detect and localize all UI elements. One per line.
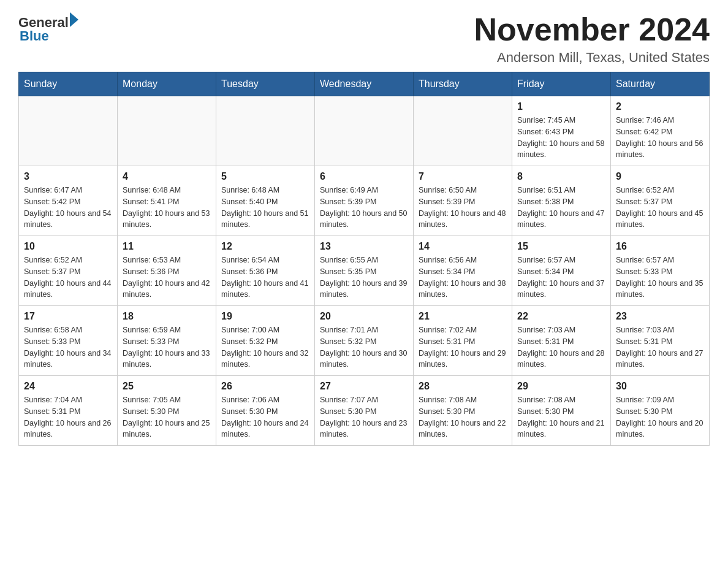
day-info: Sunrise: 6:47 AM Sunset: 5:42 PM Dayligh… <box>24 185 112 231</box>
day-number: 9 <box>616 171 704 182</box>
day-info: Sunrise: 7:03 AM Sunset: 5:31 PM Dayligh… <box>517 324 605 370</box>
day-number: 1 <box>517 101 605 112</box>
day-number: 20 <box>320 311 408 322</box>
day-info: Sunrise: 7:03 AM Sunset: 5:31 PM Dayligh… <box>616 324 704 370</box>
calendar-header: SundayMondayTuesdayWednesdayThursdayFrid… <box>19 72 710 96</box>
day-number: 23 <box>616 311 704 322</box>
day-info: Sunrise: 6:48 AM Sunset: 5:41 PM Dayligh… <box>123 185 211 231</box>
title-block: November 2024 Anderson Mill, Texas, Unit… <box>474 12 710 66</box>
day-number: 5 <box>221 171 309 182</box>
week-row-4: 17Sunrise: 6:58 AM Sunset: 5:33 PM Dayli… <box>19 306 710 376</box>
logo: General Blue <box>18 12 78 44</box>
day-number: 18 <box>123 311 211 322</box>
logo-blue-text: Blue <box>20 28 78 44</box>
day-number: 12 <box>221 241 309 252</box>
calendar-cell <box>315 96 414 166</box>
day-info: Sunrise: 6:58 AM Sunset: 5:33 PM Dayligh… <box>24 324 112 370</box>
calendar-cell: 17Sunrise: 6:58 AM Sunset: 5:33 PM Dayli… <box>19 306 118 376</box>
day-header-thursday: Thursday <box>414 72 512 96</box>
calendar-cell: 19Sunrise: 7:00 AM Sunset: 5:32 PM Dayli… <box>216 306 315 376</box>
day-info: Sunrise: 7:08 AM Sunset: 5:30 PM Dayligh… <box>517 394 605 440</box>
day-info: Sunrise: 6:57 AM Sunset: 5:33 PM Dayligh… <box>616 255 704 301</box>
day-info: Sunrise: 6:53 AM Sunset: 5:36 PM Dayligh… <box>123 255 211 301</box>
calendar-cell: 18Sunrise: 6:59 AM Sunset: 5:33 PM Dayli… <box>118 306 216 376</box>
page-subtitle: Anderson Mill, Texas, United States <box>474 50 710 66</box>
day-number: 29 <box>517 381 605 392</box>
day-info: Sunrise: 7:08 AM Sunset: 5:30 PM Dayligh… <box>419 394 507 440</box>
calendar-cell <box>118 96 216 166</box>
calendar-body: 1Sunrise: 7:45 AM Sunset: 6:43 PM Daylig… <box>19 96 710 446</box>
calendar-cell: 21Sunrise: 7:02 AM Sunset: 5:31 PM Dayli… <box>414 306 512 376</box>
day-number: 30 <box>616 381 704 392</box>
day-info: Sunrise: 7:07 AM Sunset: 5:30 PM Dayligh… <box>320 394 408 440</box>
day-header-sunday: Sunday <box>19 72 118 96</box>
day-info: Sunrise: 7:04 AM Sunset: 5:31 PM Dayligh… <box>24 394 112 440</box>
calendar-cell: 26Sunrise: 7:06 AM Sunset: 5:30 PM Dayli… <box>216 376 315 446</box>
day-info: Sunrise: 6:52 AM Sunset: 5:37 PM Dayligh… <box>616 185 704 231</box>
calendar-cell: 2Sunrise: 7:46 AM Sunset: 6:42 PM Daylig… <box>611 96 710 166</box>
day-headers-row: SundayMondayTuesdayWednesdayThursdayFrid… <box>19 72 710 96</box>
day-info: Sunrise: 6:52 AM Sunset: 5:37 PM Dayligh… <box>24 255 112 301</box>
week-row-2: 3Sunrise: 6:47 AM Sunset: 5:42 PM Daylig… <box>19 166 710 236</box>
calendar-cell: 1Sunrise: 7:45 AM Sunset: 6:43 PM Daylig… <box>512 96 611 166</box>
calendar-cell: 15Sunrise: 6:57 AM Sunset: 5:34 PM Dayli… <box>512 236 611 306</box>
week-row-1: 1Sunrise: 7:45 AM Sunset: 6:43 PM Daylig… <box>19 96 710 166</box>
day-info: Sunrise: 7:02 AM Sunset: 5:31 PM Dayligh… <box>419 324 507 370</box>
day-info: Sunrise: 7:45 AM Sunset: 6:43 PM Dayligh… <box>517 115 605 161</box>
day-info: Sunrise: 7:46 AM Sunset: 6:42 PM Dayligh… <box>616 115 704 161</box>
calendar-cell: 16Sunrise: 6:57 AM Sunset: 5:33 PM Dayli… <box>611 236 710 306</box>
calendar-cell <box>19 96 118 166</box>
day-number: 13 <box>320 241 408 252</box>
day-number: 21 <box>419 311 507 322</box>
calendar-cell: 10Sunrise: 6:52 AM Sunset: 5:37 PM Dayli… <box>19 236 118 306</box>
day-number: 26 <box>221 381 309 392</box>
calendar-table: SundayMondayTuesdayWednesdayThursdayFrid… <box>18 72 710 446</box>
day-number: 25 <box>123 381 211 392</box>
day-info: Sunrise: 6:56 AM Sunset: 5:34 PM Dayligh… <box>419 255 507 301</box>
calendar-cell: 22Sunrise: 7:03 AM Sunset: 5:31 PM Dayli… <box>512 306 611 376</box>
logo-triangle-icon <box>70 12 78 27</box>
day-number: 16 <box>616 241 704 252</box>
day-number: 7 <box>419 171 507 182</box>
day-info: Sunrise: 6:54 AM Sunset: 5:36 PM Dayligh… <box>221 255 309 301</box>
day-number: 8 <box>517 171 605 182</box>
day-number: 27 <box>320 381 408 392</box>
day-number: 6 <box>320 171 408 182</box>
day-info: Sunrise: 6:49 AM Sunset: 5:39 PM Dayligh… <box>320 185 408 231</box>
calendar-cell: 9Sunrise: 6:52 AM Sunset: 5:37 PM Daylig… <box>611 166 710 236</box>
day-info: Sunrise: 6:57 AM Sunset: 5:34 PM Dayligh… <box>517 255 605 301</box>
calendar-cell: 12Sunrise: 6:54 AM Sunset: 5:36 PM Dayli… <box>216 236 315 306</box>
calendar-cell: 30Sunrise: 7:09 AM Sunset: 5:30 PM Dayli… <box>611 376 710 446</box>
calendar-cell: 24Sunrise: 7:04 AM Sunset: 5:31 PM Dayli… <box>19 376 118 446</box>
day-info: Sunrise: 6:59 AM Sunset: 5:33 PM Dayligh… <box>123 324 211 370</box>
day-number: 22 <box>517 311 605 322</box>
day-info: Sunrise: 7:00 AM Sunset: 5:32 PM Dayligh… <box>221 324 309 370</box>
day-info: Sunrise: 7:06 AM Sunset: 5:30 PM Dayligh… <box>221 394 309 440</box>
day-header-monday: Monday <box>118 72 216 96</box>
calendar-cell: 29Sunrise: 7:08 AM Sunset: 5:30 PM Dayli… <box>512 376 611 446</box>
day-info: Sunrise: 6:51 AM Sunset: 5:38 PM Dayligh… <box>517 185 605 231</box>
day-number: 3 <box>24 171 112 182</box>
calendar-cell <box>216 96 315 166</box>
week-row-3: 10Sunrise: 6:52 AM Sunset: 5:37 PM Dayli… <box>19 236 710 306</box>
page-header: General Blue November 2024 Anderson Mill… <box>18 12 710 66</box>
day-number: 17 <box>24 311 112 322</box>
calendar-cell: 28Sunrise: 7:08 AM Sunset: 5:30 PM Dayli… <box>414 376 512 446</box>
day-info: Sunrise: 7:01 AM Sunset: 5:32 PM Dayligh… <box>320 324 408 370</box>
calendar-cell: 6Sunrise: 6:49 AM Sunset: 5:39 PM Daylig… <box>315 166 414 236</box>
calendar-cell: 7Sunrise: 6:50 AM Sunset: 5:39 PM Daylig… <box>414 166 512 236</box>
calendar-cell: 23Sunrise: 7:03 AM Sunset: 5:31 PM Dayli… <box>611 306 710 376</box>
calendar-cell: 20Sunrise: 7:01 AM Sunset: 5:32 PM Dayli… <box>315 306 414 376</box>
day-info: Sunrise: 7:05 AM Sunset: 5:30 PM Dayligh… <box>123 394 211 440</box>
calendar-cell: 5Sunrise: 6:48 AM Sunset: 5:40 PM Daylig… <box>216 166 315 236</box>
day-number: 14 <box>419 241 507 252</box>
calendar-cell: 25Sunrise: 7:05 AM Sunset: 5:30 PM Dayli… <box>118 376 216 446</box>
calendar-cell: 11Sunrise: 6:53 AM Sunset: 5:36 PM Dayli… <box>118 236 216 306</box>
day-info: Sunrise: 6:50 AM Sunset: 5:39 PM Dayligh… <box>419 185 507 231</box>
day-number: 19 <box>221 311 309 322</box>
week-row-5: 24Sunrise: 7:04 AM Sunset: 5:31 PM Dayli… <box>19 376 710 446</box>
calendar-cell: 4Sunrise: 6:48 AM Sunset: 5:41 PM Daylig… <box>118 166 216 236</box>
calendar-cell: 8Sunrise: 6:51 AM Sunset: 5:38 PM Daylig… <box>512 166 611 236</box>
day-info: Sunrise: 6:48 AM Sunset: 5:40 PM Dayligh… <box>221 185 309 231</box>
calendar-cell <box>414 96 512 166</box>
